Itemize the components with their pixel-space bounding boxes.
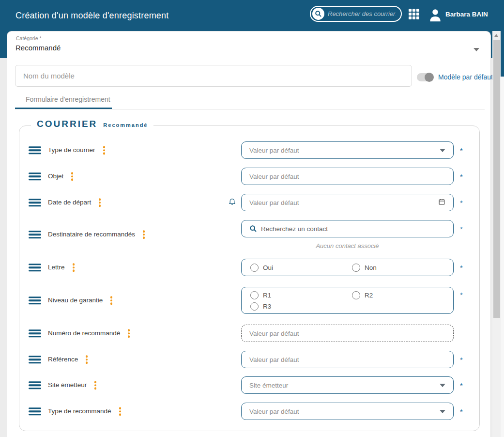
required-asterisk: * — [460, 264, 463, 272]
default-model-toggle[interactable] — [417, 73, 433, 81]
required-asterisk: * — [460, 146, 463, 155]
garantie-radio-group: R1 R2 R3 — [241, 287, 454, 314]
field-label: Objet — [48, 173, 63, 180]
default-model-toggle-label: Modèle par défaut — [438, 73, 493, 81]
kebab-menu-icon[interactable] — [109, 295, 113, 306]
date-default-value-input[interactable] — [241, 194, 454, 211]
reminder-bell-icon[interactable] — [228, 197, 236, 208]
field-row-numero-de-recommande: Numéro de recommandé — [29, 325, 469, 342]
field-label: Référence — [48, 356, 78, 363]
chevron-down-icon — [440, 149, 445, 152]
drag-handle-icon[interactable] — [29, 407, 41, 416]
field-row-lettre: Lettre Oui Non * — [29, 259, 469, 276]
chevron-down-icon — [440, 410, 445, 413]
user-avatar-icon[interactable] — [428, 7, 443, 23]
scrollbar-thumb[interactable] — [493, 40, 500, 318]
site-emetteur-select[interactable]: Site émetteur — [241, 376, 454, 394]
field-row-niveau-de-garantie: Niveau de garantie R1 R2 R3 * — [29, 287, 469, 314]
radio-circle-icon[interactable] — [250, 264, 259, 272]
radio-circle-icon[interactable] — [352, 264, 360, 272]
field-label: Destinataire de recommandés — [48, 231, 135, 238]
tab-divider — [15, 109, 485, 109]
required-asterisk: * — [460, 381, 463, 390]
field-label: Lettre — [48, 264, 65, 271]
section-subtitle: Recommandé — [103, 122, 148, 128]
section-title: COURRIER — [37, 119, 97, 129]
required-asterisk: * — [460, 291, 463, 299]
date-input[interactable] — [249, 199, 438, 206]
radio-option[interactable]: Oui — [250, 264, 273, 272]
kebab-menu-icon[interactable] — [72, 262, 76, 273]
default-value-select[interactable]: Valeur par défaut — [241, 141, 454, 159]
radio-option[interactable]: R2 — [352, 291, 373, 299]
model-name-input[interactable] — [15, 65, 412, 87]
search-icon — [312, 8, 324, 20]
tab-registration-form[interactable]: Formulaire d'enregistrement — [26, 95, 110, 103]
field-label: Site émetteur — [48, 382, 87, 389]
drag-handle-icon[interactable] — [29, 199, 41, 207]
scrollbar-up-arrow-icon[interactable] — [494, 34, 498, 37]
kebab-menu-icon[interactable] — [98, 197, 102, 208]
required-asterisk: * — [460, 225, 463, 233]
drag-handle-icon[interactable] — [29, 381, 41, 390]
radio-circle-icon[interactable] — [250, 291, 259, 299]
drag-handle-icon[interactable] — [29, 231, 41, 239]
field-row-site-emetteur: Site émetteur Site émetteur * — [29, 376, 469, 394]
radio-option[interactable]: R3 — [250, 302, 271, 311]
kebab-menu-icon[interactable] — [142, 229, 146, 240]
lettre-radio-group: Oui Non — [241, 259, 454, 276]
section-legend: COURRIER Recommandé — [31, 119, 153, 129]
kebab-menu-icon[interactable] — [85, 354, 89, 365]
toggle-knob — [425, 73, 434, 82]
chevron-down-icon — [440, 384, 445, 387]
field-row-objet: Objet * — [29, 168, 469, 185]
radio-option[interactable]: Non — [352, 264, 377, 272]
drag-handle-icon[interactable] — [29, 146, 41, 155]
kebab-menu-icon[interactable] — [93, 380, 97, 390]
category-select[interactable]: Recommandé — [15, 44, 61, 52]
field-row-type-de-recommande: Type de recommandé Valeur par défaut * — [29, 403, 469, 420]
required-asterisk: * — [460, 356, 463, 364]
field-label: Type de courrier — [48, 147, 95, 154]
contact-search-input[interactable] — [261, 225, 445, 233]
drag-handle-icon[interactable] — [29, 264, 41, 272]
default-value-input[interactable] — [241, 168, 454, 185]
drag-handle-icon[interactable] — [29, 297, 41, 305]
no-contact-helper: Aucun contact associé — [241, 242, 454, 250]
right-edge-light — [501, 77, 504, 437]
default-value-input[interactable] — [241, 351, 454, 368]
default-value-select[interactable]: Valeur par défaut — [241, 403, 454, 420]
drag-handle-icon[interactable] — [29, 172, 41, 181]
contact-search-field[interactable] — [241, 220, 454, 237]
calendar-icon[interactable] — [438, 198, 445, 207]
radio-circle-icon[interactable] — [250, 302, 259, 311]
user-name[interactable]: Barbara BAIN — [445, 11, 488, 18]
radio-option[interactable]: R1 — [250, 291, 271, 299]
field-row-destinataire: Destinataire de recommandés Aucun contac… — [29, 220, 469, 249]
kebab-menu-icon[interactable] — [127, 328, 131, 339]
field-row-type-de-courrier: Type de courrier Valeur par défaut * — [29, 141, 469, 159]
category-label: Catégorie * — [16, 35, 42, 41]
drag-handle-icon[interactable] — [29, 356, 41, 364]
kebab-menu-icon[interactable] — [102, 145, 106, 156]
kebab-menu-icon[interactable] — [70, 171, 74, 182]
global-search[interactable] — [310, 6, 402, 22]
field-label: Niveau de garantie — [48, 297, 103, 304]
kebab-menu-icon[interactable] — [118, 406, 122, 417]
required-asterisk: * — [460, 172, 463, 181]
main-card: Catégorie * Recommandé Modèle par défaut… — [7, 31, 491, 437]
default-value-input-disabled[interactable] — [241, 325, 454, 342]
search-input[interactable] — [328, 10, 396, 17]
required-asterisk: * — [460, 199, 463, 207]
category-underline — [15, 55, 487, 55]
right-edge-band — [501, 48, 504, 77]
vertical-scrollbar[interactable] — [492, 31, 501, 437]
radio-circle-icon[interactable] — [352, 291, 360, 299]
drag-handle-icon[interactable] — [29, 329, 41, 338]
required-asterisk: * — [460, 407, 463, 416]
field-row-reference: Référence * — [29, 351, 469, 368]
chevron-down-icon[interactable] — [473, 48, 479, 51]
apps-grid-icon[interactable] — [409, 9, 420, 20]
field-label: Type de recommandé — [48, 408, 111, 415]
field-label: Numéro de recommandé — [48, 330, 120, 337]
